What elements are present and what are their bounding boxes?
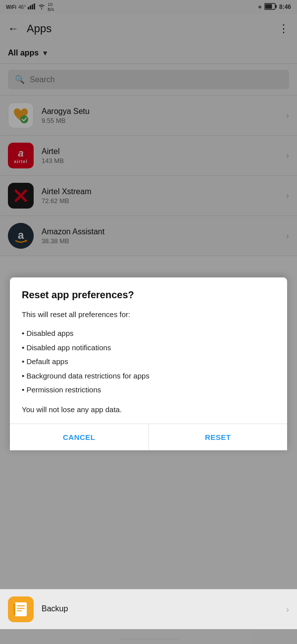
svg-rect-19 xyxy=(17,610,22,611)
app-icon-backup xyxy=(8,596,34,622)
cancel-button[interactable]: CANCEL xyxy=(10,424,148,450)
svg-rect-16 xyxy=(15,602,27,616)
dialog-title: Reset app preferences? xyxy=(22,289,275,301)
bottom-app-item[interactable]: Backup › xyxy=(0,589,297,629)
reset-preferences-dialog: Reset app preferences? This will reset a… xyxy=(10,277,287,450)
dialog-overlay: Reset app preferences? This will reset a… xyxy=(0,0,297,644)
svg-rect-20 xyxy=(13,603,15,615)
svg-rect-17 xyxy=(17,605,25,606)
svg-rect-18 xyxy=(17,608,25,609)
reset-button[interactable]: RESET xyxy=(148,424,288,450)
list-item: • Disabled app notifications xyxy=(22,341,275,355)
chevron-right-icon: › xyxy=(286,604,289,615)
list-item: • Background data restrictions for apps xyxy=(22,369,275,383)
home-indicator xyxy=(119,638,178,640)
list-item: • Permission restrictions xyxy=(22,383,275,397)
dialog-body: This will reset all preferences for: xyxy=(22,309,275,321)
list-item: • Default apps xyxy=(22,355,275,369)
list-item: • Disabled apps xyxy=(22,326,275,341)
dialog-actions: CANCEL RESET xyxy=(10,424,287,450)
app-name: Backup xyxy=(42,604,286,613)
dialog-list: • Disabled apps • Disabled app notificat… xyxy=(22,326,275,397)
app-info-backup: Backup xyxy=(42,604,286,614)
dialog-note: You will not lose any app data. xyxy=(22,405,275,414)
